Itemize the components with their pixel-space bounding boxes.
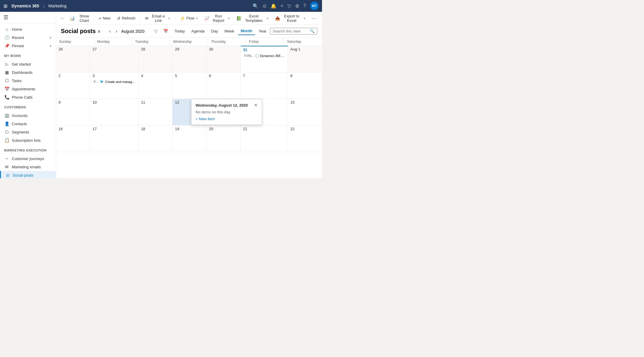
sidebar-item-dashboards[interactable]: ▦ Dashboards [0, 68, 56, 76]
view-month-button[interactable]: Month [238, 27, 255, 35]
filter-icon[interactable]: ▽ [287, 3, 291, 9]
sidebar-nav-section: ⌂ Home 🕐 Recent ∨ 📌 Pinned ∨ [0, 23, 56, 52]
cal-cell-jul28[interactable]: 28 [139, 46, 173, 72]
refresh-button[interactable]: ↺ Refresh [114, 14, 139, 22]
calendar-prev-button[interactable]: ‹ [108, 27, 113, 35]
popup-close-button[interactable]: ✕ [254, 103, 258, 107]
contacts-icon: 👤 [4, 121, 9, 126]
email-link-button[interactable]: ✉ Email a Link ∨ [142, 12, 173, 25]
appointments-icon: 📅 [4, 87, 9, 91]
sidebar-item-accounts[interactable]: 🏢 Accounts [0, 111, 56, 120]
cal-cell-jul26[interactable]: 26 [56, 46, 90, 72]
view-agenda-button[interactable]: Agenda [188, 27, 208, 35]
cal-cell-jul31[interactable]: 31 8:05p... ◯ Dynamics 365 ... [241, 46, 288, 72]
export-excel-button[interactable]: 📤 Export to Excel ∨ [272, 12, 308, 25]
day-number: 29 [175, 47, 204, 51]
sidebar-item-segments[interactable]: ⬡ Segments [0, 128, 56, 136]
cal-cell-aug17[interactable]: 17 [90, 125, 139, 152]
title-chevron-icon[interactable]: ∨ [97, 29, 100, 34]
add-icon[interactable]: + [281, 3, 283, 9]
cal-cell-jul29[interactable]: 29 [173, 46, 206, 72]
cal-cell-aug15[interactable]: 15 [288, 99, 322, 125]
cal-cell-aug2[interactable]: 2 [56, 72, 90, 99]
nav-separator: | [43, 4, 44, 8]
sidebar-item-phone-calls[interactable]: 📞 Phone Calls [0, 93, 56, 101]
day-number: 15 [290, 100, 320, 105]
sidebar-item-label: Pinned [12, 44, 24, 48]
accounts-icon: 🏢 [4, 113, 9, 118]
grid-icon[interactable]: ⊞ [4, 3, 7, 9]
sidebar-item-label: Home [12, 27, 22, 32]
sidebar-item-marketing-emails[interactable]: ✉ Marketing emails [0, 163, 56, 171]
sidebar-item-get-started[interactable]: ▷ Get started [0, 60, 56, 68]
cal-cell-aug18[interactable]: 18 [139, 125, 173, 152]
cal-cell-aug6[interactable]: 6 [206, 72, 240, 99]
sidebar-item-recent[interactable]: 🕐 Recent ∨ [0, 33, 56, 42]
day-number: 6 [209, 74, 238, 78]
sidebar-toggle[interactable]: ☰ [4, 14, 8, 20]
show-chart-button[interactable]: 📊 Show Chart [67, 12, 95, 25]
run-report-label: Run Report [211, 14, 226, 23]
search-input[interactable] [273, 29, 308, 33]
more-options-icon[interactable]: ⋯ [309, 13, 319, 23]
notifications-icon[interactable]: 🔔 [271, 3, 277, 9]
view-day-button[interactable]: Day [208, 27, 221, 35]
cal-cell-aug11[interactable]: 11 [139, 99, 173, 125]
cal-cell-aug10[interactable]: 10 [90, 99, 139, 125]
sidebar-item-home[interactable]: ⌂ Home [0, 25, 56, 33]
cal-cell-aug1[interactable]: Aug 1 [288, 46, 322, 72]
sidebar-item-label: Subscription lists [12, 138, 41, 143]
cal-cell-aug3[interactable]: 3 8:... 🐦 Create and manag... [90, 72, 139, 99]
cal-cell-jul27[interactable]: 27 [90, 46, 139, 72]
cal-cell-aug19[interactable]: 19 [173, 125, 206, 152]
settings-circle-icon[interactable]: ⊙ [263, 3, 266, 9]
cal-cell-aug8[interactable]: 8 [288, 72, 322, 99]
help-icon[interactable]: ? [303, 3, 306, 9]
run-report-button[interactable]: 📈 Run Report ∨ [201, 12, 232, 25]
cal-cell-aug16[interactable]: 16 [56, 125, 90, 152]
avatar[interactable]: MT [310, 2, 318, 10]
calendar-icon-button[interactable]: 📅 [160, 27, 171, 35]
sidebar-item-customer-journeys[interactable]: ↔ Customer journeys [0, 154, 56, 163]
cal-cell-aug21[interactable]: 21 [241, 125, 288, 152]
sidebar-item-tasks[interactable]: ☐ Tasks [0, 76, 56, 85]
view-week-button[interactable]: Week [222, 27, 237, 35]
cal-event[interactable]: 8:05p... ◯ Dynamics 365 ... [243, 53, 285, 58]
cal-cell-aug9[interactable]: 9 [56, 99, 90, 125]
refresh-label: Refresh [122, 16, 136, 20]
cal-cell-aug7[interactable]: 7 [241, 72, 288, 99]
search-icon[interactable]: 🔍 [253, 3, 258, 9]
popup-header: Wednesday, August 12, 2020 ✕ [196, 103, 258, 107]
view-year-button[interactable]: Year [256, 27, 269, 35]
cal-cell-aug4[interactable]: 4 [139, 72, 173, 99]
popup-new-item-button[interactable]: + New item [196, 117, 258, 121]
cal-cell-aug20[interactable]: 20 [206, 125, 240, 152]
view-today-button[interactable]: Today [172, 27, 188, 35]
sidebar-item-contacts[interactable]: 👤 Contacts [0, 120, 56, 128]
sidebar-item-appointments[interactable]: 📅 Appointments [0, 85, 56, 93]
excel-templates-button[interactable]: 📗 Excel Templates ∨ [233, 12, 271, 25]
search-box[interactable]: 🔍 [270, 28, 317, 35]
sidebar-item-social-posts[interactable]: ◎ Social posts [0, 171, 56, 178]
cal-event[interactable]: 8:... 🐦 Create and manag... [92, 79, 136, 84]
flow-button[interactable]: ⚡ Flow ∨ [177, 14, 201, 22]
sidebar-item-subscription-lists[interactable]: 📋 Subscription lists [0, 136, 56, 144]
chevron-down-icon: ∨ [266, 17, 269, 20]
app-name: Marketing [48, 4, 66, 8]
cal-cell-aug22[interactable]: 22 [288, 125, 322, 152]
sidebar-item-pinned[interactable]: 📌 Pinned ∨ [0, 42, 56, 50]
export-excel-icon: 📤 [275, 16, 280, 21]
gear-icon[interactable]: ⚙ [295, 3, 299, 9]
calendar-filter-icon[interactable]: ▽ [154, 29, 157, 34]
day-number: 28 [141, 47, 170, 51]
day-name-friday: Friday [246, 38, 284, 45]
calendar-next-button[interactable]: › [114, 27, 119, 35]
cal-cell-jul30[interactable]: 30 [206, 46, 240, 72]
cal-cell-aug5[interactable]: 5 [173, 72, 206, 99]
top-nav-right: 🔍 ⊙ 🔔 + ▽ ⚙ ? MT [253, 2, 318, 10]
cal-cell-aug12[interactable]: 12 Wednesday, August 12, 2020 ✕ No items… [173, 99, 206, 125]
back-button[interactable]: ← [59, 14, 66, 23]
day-number: 26 [58, 47, 87, 51]
sidebar-item-label: Tasks [12, 79, 22, 83]
new-button[interactable]: + New [96, 14, 113, 22]
